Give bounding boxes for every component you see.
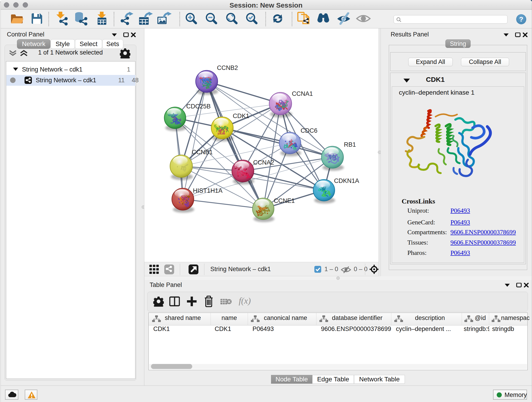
svg-text:CDC6: CDC6 <box>301 127 317 134</box>
svg-text:CCNB2: CCNB2 <box>217 64 238 71</box>
svg-text:HIST1H1A: HIST1H1A <box>193 187 222 194</box>
svg-text:CDKN1A: CDKN1A <box>334 177 359 184</box>
svg-text:CCNB1: CCNB1 <box>192 149 213 156</box>
svg-text:RB1: RB1 <box>344 141 356 148</box>
svg-text:CCNE1: CCNE1 <box>274 197 295 204</box>
svg-text:CCNA2: CCNA2 <box>253 159 274 166</box>
svg-text:CCNA1: CCNA1 <box>292 90 313 97</box>
svg-text:CDK1: CDK1 <box>233 113 249 119</box>
svg-text:CDC25B: CDC25B <box>186 103 211 110</box>
